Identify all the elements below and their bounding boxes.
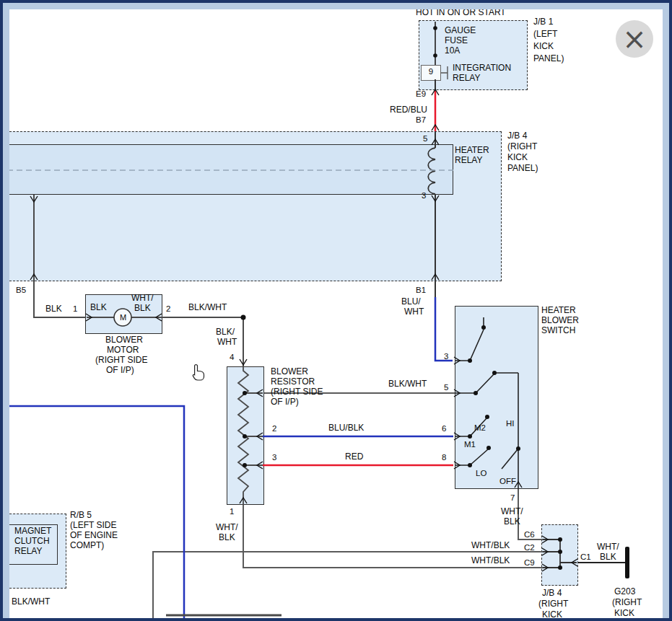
window-frame-top — [0, 0, 672, 9]
switch-pin3-label: 3 — [444, 352, 448, 361]
jb4-name-label: PANEL) — [507, 164, 538, 173]
blower-switch-name: BLOWER — [541, 316, 579, 325]
magnet-clutch-relay-name: MAGNET — [14, 527, 51, 536]
wire-blk-wht-hi-label: BLK/WHT — [388, 379, 427, 389]
jb4-name-label: (RIGHT — [507, 142, 537, 151]
heater-blower-switch-box — [455, 306, 538, 489]
wire7-wht-blk-label: WHT/ — [501, 507, 523, 516]
blower-motor-name: OF I/P) — [106, 366, 134, 375]
rb5-name-label: COMPT) — [70, 541, 104, 550]
heater-relay-inner-box — [6, 144, 453, 195]
blower-resistor-box — [227, 366, 264, 505]
rb5-name-label: OF ENGINE — [70, 531, 118, 540]
wire-blu-wht-label: WHT — [404, 307, 424, 317]
motor-blk-label: BLK — [90, 303, 107, 312]
motor-pin1-label: 1 — [73, 304, 77, 314]
relay-pin5-label: 5 — [423, 134, 427, 144]
wire-red-label: RED — [345, 452, 363, 462]
wire7-wht-blk-label: BLK — [504, 517, 520, 527]
g203-label: KICK — [614, 609, 634, 618]
blower-resistor-name: OF I/P) — [271, 397, 299, 407]
close-button[interactable]: × — [616, 20, 653, 58]
motor-wht-blk-label: WHT/ — [131, 294, 154, 303]
pin-c1-label: C1 — [580, 552, 591, 562]
switch-pos-off: OFF — [499, 477, 516, 486]
resistor-pin2-label: 2 — [272, 424, 276, 433]
pin-c2-label: C2 — [524, 543, 535, 552]
wire-blu-blk-label: BLU/BLK — [328, 423, 364, 433]
resistor-pin1-label: 1 — [230, 507, 234, 516]
pin-b5-label: B5 — [16, 286, 26, 295]
heater-relay-label: HEATER — [455, 146, 489, 155]
wire-red-blu-label: RED/BLU — [390, 105, 427, 115]
close-icon: × — [622, 25, 647, 53]
rb5-name-label: (LEFT SIDE — [70, 521, 116, 530]
wire-c2-label: WHT/BLK — [471, 541, 510, 550]
jb4-lower-name: (RIGHT — [538, 599, 568, 609]
blower-switch-name: HEATER — [541, 306, 576, 315]
jb4-name-label: KICK — [507, 153, 528, 162]
wire-wht-blk-label: BLK — [219, 533, 235, 542]
blower-motor-name: BLOWER — [105, 335, 143, 345]
ground-wire-label: BLK — [600, 552, 616, 562]
switch-pin8-label: 8 — [442, 453, 446, 462]
resistor-pin3-label: 3 — [272, 453, 276, 462]
ground-symbol — [625, 547, 629, 578]
blower-resistor-name: BLOWER — [271, 367, 308, 376]
motor-letter: M — [120, 313, 126, 322]
wire-blu-wht-b1 — [435, 297, 453, 361]
window-frame-left — [0, 0, 9, 621]
pin-9-label: 9 — [421, 67, 441, 76]
fuse-rating-label: 10A — [445, 46, 460, 56]
wire-blk-wht-bottom-left-label: BLK/WHT — [12, 597, 50, 607]
wiring-diagram-viewer: HOT IN ON OR START GAUGE FUSE 10A 9 INTE… — [0, 0, 672, 621]
integration-relay-label: RELAY — [453, 74, 480, 83]
window-frame-right — [663, 0, 672, 621]
pin-c6-label: C6 — [524, 530, 535, 539]
jb4-lower-name: KICK — [542, 610, 562, 620]
jb1-name-label: J/B 1 — [533, 17, 553, 27]
blower-motor-name: MOTOR — [107, 345, 139, 355]
g203-label: (RIGHT — [612, 598, 642, 607]
jb1-name-label: PANEL) — [533, 54, 564, 63]
jb1-name-label: (LEFT — [533, 30, 557, 39]
blower-resistor-name: (RIGHT SIDE — [271, 387, 323, 397]
heater-relay-label: RELAY — [455, 156, 482, 165]
jb4-connector-box — [541, 524, 578, 586]
motor-pin2-label: 2 — [166, 304, 170, 314]
wire-blk-wht-vert-label: BLK/ — [216, 327, 235, 337]
wire-blu-wht-label: BLU/ — [401, 297, 421, 307]
wire-wht-blk-bottom — [153, 489, 543, 619]
wire-wht-blk-label: WHT/ — [216, 523, 238, 532]
pin-c9-label: C9 — [524, 558, 535, 568]
g203-label: G203 — [614, 587, 635, 596]
pin-b1-label: B1 — [416, 286, 426, 295]
switch-pin7-label: 7 — [510, 493, 515, 503]
wire-c9-label: WHT/BLK — [471, 556, 510, 565]
motor-wht-blk-label: BLK — [134, 304, 151, 313]
switch-pin6-label: 6 — [442, 424, 446, 433]
switch-pos-m2: M2 — [474, 423, 486, 433]
blower-resistor-name: RESISTOR — [271, 377, 315, 387]
blower-motor-name: (RIGHT SIDE — [95, 356, 147, 365]
switch-pos-hi: HI — [506, 419, 515, 428]
switch-pos-m1: M1 — [464, 440, 476, 449]
jb4-lower-name: J/B 4 — [542, 589, 562, 598]
fuse-label: GAUGE — [445, 26, 476, 35]
wire-blk-wht-vert-label: WHT — [217, 338, 237, 347]
ground-wire-label: WHT/ — [597, 542, 619, 552]
magnet-clutch-relay-name: CLUTCH — [14, 537, 50, 546]
jb4-name-label: J/B 4 — [507, 131, 527, 141]
magnet-clutch-relay-name: RELAY — [14, 547, 42, 556]
pin-e9-label: E9 — [416, 89, 426, 99]
resistor-pin4-label: 4 — [230, 353, 234, 362]
rb5-name-label: R/B 5 — [70, 511, 92, 520]
blower-switch-name: SWITCH — [541, 326, 575, 335]
wire-blk-label: BLK — [45, 304, 62, 314]
wire-blk-wht-label: BLK/WHT — [188, 303, 227, 312]
relay-pin3-label: 3 — [422, 191, 426, 201]
switch-pos-lo: LO — [476, 469, 486, 478]
pin-b7-label: B7 — [416, 115, 426, 125]
jb1-name-label: KICK — [533, 42, 554, 51]
switch-pin5-label: 5 — [444, 383, 448, 392]
